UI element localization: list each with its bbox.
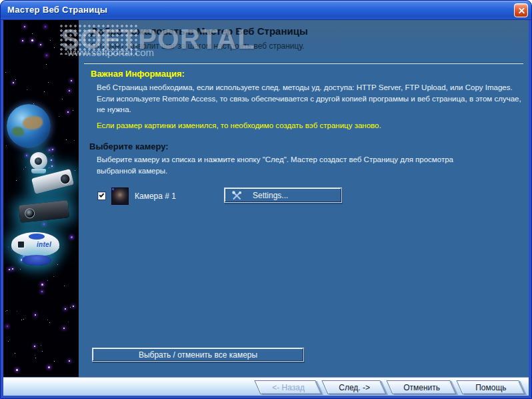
webcam-top-detail — [29, 234, 45, 240]
webcam-intel-image: intel — [11, 232, 59, 256]
checkbox-check-icon — [99, 192, 105, 197]
camera-list-item: Камера # 1 Settings... — [95, 187, 521, 206]
intel-logo: intel — [37, 241, 51, 248]
settings-button-label: Settings... — [253, 191, 288, 200]
window-title: Мастер Веб Страницы — [7, 5, 107, 15]
webcam-ball-image — [30, 152, 47, 169]
wizard-navbar: <- Назад След. -> Отменить Помощь — [3, 378, 529, 396]
wizard-body: intel Добро пожаловать в Мастер Веб Стра… — [3, 20, 529, 379]
webcam-lens — [17, 240, 25, 249]
page-title: Добро пожаловать в Мастер Веб Страницы — [91, 25, 308, 37]
back-button[interactable]: <- Назад — [254, 380, 321, 394]
select-all-cameras-button[interactable]: Выбрать / отменить все камеры — [92, 348, 304, 362]
wizard-content: Добро пожаловать в Мастер Веб Страницы Э… — [79, 20, 529, 379]
next-button[interactable]: След. -> — [321, 380, 386, 394]
page-subtitle: Это окно позволит шаг за шагом настроить… — [91, 41, 305, 51]
important-info-heading: Важная Информация: — [91, 69, 185, 79]
earth-globe-image — [7, 104, 51, 148]
camera-label: Камера # 1 — [135, 191, 176, 201]
camera-settings-button[interactable]: Settings... — [224, 187, 342, 203]
camera-checkbox[interactable] — [97, 191, 106, 200]
camera-thumbnail — [111, 187, 129, 205]
select-camera-body: Выберите камеру из списка и нажмите кноп… — [97, 154, 473, 176]
select-camera-heading: Выберите камеру: — [89, 141, 169, 151]
header-divider — [84, 63, 523, 64]
close-button[interactable] — [514, 3, 528, 17]
cancel-button[interactable]: Отменить — [386, 380, 456, 394]
settings-tools-icon — [231, 190, 242, 201]
help-button[interactable]: Помощь — [456, 380, 525, 394]
sidebar-starfield — [3, 20, 79, 379]
close-icon — [521, 11, 522, 11]
important-info-body: Веб Страница необходима, если использует… — [97, 82, 529, 115]
webcam-intel-base — [22, 255, 51, 266]
resize-note: Если размер картинки изменился, то необх… — [97, 121, 381, 129]
wizard-window: Мастер Веб Страницы intel Добро пожалова… — [0, 0, 532, 399]
titlebar[interactable]: Мастер Веб Страницы — [1, 1, 531, 20]
sidebar-art: intel — [3, 20, 79, 379]
